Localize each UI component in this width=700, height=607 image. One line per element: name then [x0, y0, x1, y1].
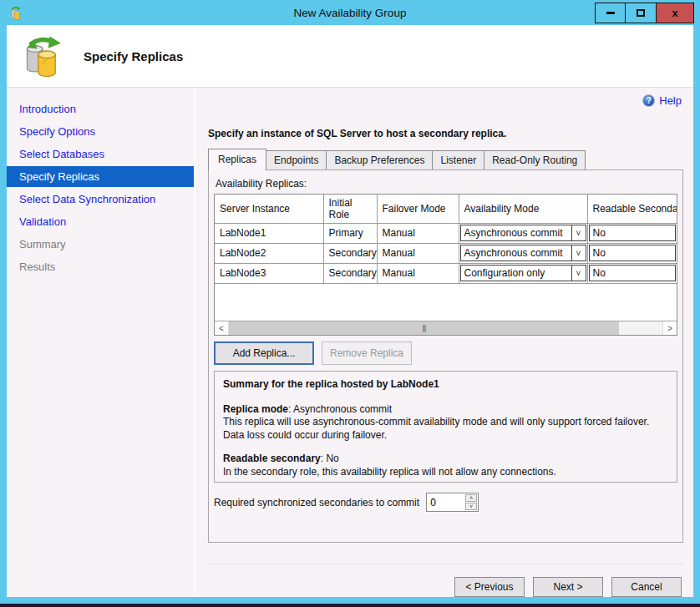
cell-server-instance[interactable]: LabNode1 — [215, 223, 323, 243]
readable-secondary-dropdown[interactable]: No — [589, 245, 677, 261]
close-icon: x — [672, 8, 677, 18]
previous-button[interactable]: < Previous — [454, 577, 525, 597]
close-button[interactable]: x — [657, 3, 694, 23]
sidebar-item-summary: Summary — [7, 233, 194, 255]
window-controls: x — [595, 3, 694, 23]
dropdown-value: No — [590, 267, 676, 279]
tab-endpoints[interactable]: Endpoints — [266, 150, 327, 169]
sidebar-item-specify-options[interactable]: Specify Options — [7, 120, 194, 143]
minimize-button[interactable] — [595, 3, 626, 23]
next-button[interactable]: Next > — [533, 577, 603, 597]
dropdown-value: No — [590, 247, 676, 259]
wizard-header: Specify Replicas — [7, 25, 693, 88]
tab-replicas[interactable]: Replicas — [208, 149, 266, 170]
scroll-left-icon[interactable]: < — [215, 321, 229, 335]
replicas-tab-panel: Availability Replicas: Server Instance I… — [208, 169, 683, 543]
grid-header-row: Server Instance Initial Role Failover Mo… — [215, 195, 677, 223]
sidebar-item-select-databases[interactable]: Select Databases — [7, 143, 194, 165]
spin-up-icon[interactable]: ˄ — [465, 494, 477, 502]
col-header-readable-secondary[interactable]: Readable Secondary — [587, 195, 677, 223]
main-panel: ? Help Specify an instance of SQL Server… — [195, 88, 693, 597]
replica-mode-value: : Asynchronous commit — [288, 403, 392, 415]
col-header-initial-role[interactable]: Initial Role — [323, 195, 377, 223]
cell-readable-secondary: No — [587, 263, 677, 283]
scrollbar-grip-icon: ||| — [422, 325, 425, 332]
cell-initial-role[interactable]: Primary — [323, 223, 377, 243]
table-row: LabNode1 Primary Manual Asynchronous com… — [215, 223, 677, 243]
dialog-content: Specify Replicas Introduction Specify Op… — [7, 25, 693, 597]
add-replica-button[interactable]: Add Replica... — [214, 341, 314, 365]
cell-initial-role[interactable]: Secondary — [323, 243, 377, 263]
minimize-icon — [606, 12, 615, 14]
quorum-label: Required synchronized secondaries to com… — [214, 497, 419, 508]
scrollbar-thumb[interactable]: ||| — [229, 321, 619, 335]
dropdown-value: Asynchronous commit — [461, 247, 571, 259]
cell-readable-secondary: No — [587, 243, 677, 263]
cell-readable-secondary: No — [587, 223, 677, 243]
remove-replica-button: Remove Replica — [322, 341, 412, 365]
replica-summary-panel: Summary for the replica hosted by LabNod… — [214, 371, 677, 483]
chevron-down-icon[interactable]: ˅ — [571, 245, 586, 261]
chevron-down-icon[interactable]: ˅ — [571, 225, 586, 240]
availability-replicas-label: Availability Replicas: — [216, 178, 677, 190]
cell-failover-mode[interactable]: Manual — [377, 223, 459, 243]
instruction-text: Specify an instance of SQL Server to hos… — [208, 128, 683, 139]
wizard-footer: < Previous Next > Cancel — [208, 564, 683, 597]
tab-listener[interactable]: Listener — [433, 150, 484, 169]
maximize-icon — [637, 9, 645, 17]
readable-secondary-label: Readable secondary — [223, 453, 321, 464]
help-link[interactable]: ? Help — [642, 94, 682, 107]
availability-mode-dropdown[interactable]: Asynchronous commit ˅ — [460, 225, 586, 241]
cell-failover-mode[interactable]: Manual — [377, 263, 459, 283]
readable-secondary-dropdown[interactable]: No — [589, 265, 677, 281]
availability-mode-dropdown[interactable]: Asynchronous commit ˅ — [460, 245, 586, 261]
col-header-availability-mode[interactable]: Availability Mode — [459, 195, 587, 223]
grid-empty-area — [215, 284, 677, 321]
horizontal-scrollbar[interactable]: < ||| > — [215, 321, 677, 335]
cell-failover-mode[interactable]: Manual — [377, 243, 459, 263]
scrollbar-track[interactable] — [619, 321, 662, 335]
grid-button-row: Add Replica... Remove Replica — [214, 341, 677, 365]
table-row: LabNode3 Secondary Manual Configuration … — [215, 263, 677, 283]
summary-readable-secondary: Readable secondary: No In the secondary … — [223, 453, 668, 478]
summary-replica-mode: Replica mode: Asynchronous commit This r… — [223, 403, 668, 443]
spin-buttons: ˄ ˅ — [464, 493, 478, 511]
tab-strip: Replicas Endpoints Backup Preferences Li… — [208, 149, 683, 169]
chevron-down-icon[interactable]: ˅ — [571, 266, 586, 281]
sidebar-item-introduction[interactable]: Introduction — [7, 98, 194, 120]
sidebar-item-specify-replicas[interactable]: Specify Replicas — [7, 166, 194, 187]
cell-server-instance[interactable]: LabNode3 — [215, 263, 323, 283]
tab-backup-preferences[interactable]: Backup Preferences — [327, 150, 433, 169]
readable-secondary-dropdown[interactable]: No — [589, 225, 677, 241]
window-bottom-edge — [0, 604, 700, 607]
col-header-server-instance[interactable]: Server Instance — [215, 195, 323, 223]
tab-read-only-routing[interactable]: Read-Only Routing — [484, 150, 586, 169]
spin-down-icon[interactable]: ˅ — [465, 503, 477, 510]
readable-secondary-value: : No — [321, 453, 339, 464]
readable-secondary-description: In the secondary role, this availability… — [223, 466, 668, 479]
cell-availability-mode: Configuration only ˅ — [459, 263, 587, 283]
cancel-button[interactable]: Cancel — [611, 577, 682, 597]
quorum-input[interactable] — [427, 493, 464, 511]
scroll-right-icon[interactable]: > — [662, 321, 677, 335]
summary-title: Summary for the replica hosted by LabNod… — [223, 378, 668, 392]
cell-initial-role[interactable]: Secondary — [323, 263, 377, 283]
sidebar-item-select-data-synchronization[interactable]: Select Data Synchronization — [7, 188, 194, 210]
dropdown-value: Asynchronous commit — [461, 227, 571, 239]
dropdown-value: No — [590, 227, 676, 239]
sidebar-item-results: Results — [7, 255, 194, 278]
window-bottom-border — [0, 597, 700, 604]
help-icon: ? — [642, 94, 655, 107]
quorum-spinbox: ˄ ˅ — [426, 493, 479, 512]
dropdown-value: Configuration only — [461, 267, 571, 279]
maximize-button[interactable] — [626, 3, 657, 23]
sidebar-item-validation[interactable]: Validation — [7, 210, 194, 233]
table-row: LabNode2 Secondary Manual Asynchronous c… — [215, 243, 677, 263]
cell-server-instance[interactable]: LabNode2 — [215, 243, 323, 263]
availability-mode-dropdown[interactable]: Configuration only ˅ — [460, 265, 586, 281]
quorum-row: Required synchronized secondaries to com… — [214, 493, 677, 512]
help-label: Help — [659, 94, 682, 107]
page-title: Specify Replicas — [84, 49, 183, 63]
col-header-failover-mode[interactable]: Failover Mode — [377, 195, 459, 223]
replica-mode-label: Replica mode — [223, 403, 288, 415]
